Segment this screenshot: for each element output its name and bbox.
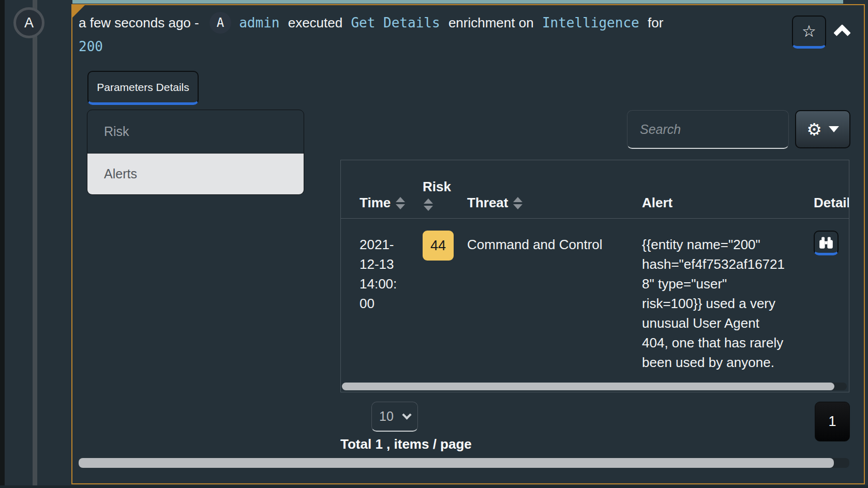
entity-name: 200 [79,35,767,58]
previous-card-edge [72,0,843,4]
column-header-details: Details [814,195,849,211]
menu-item-risk[interactable]: Risk [87,110,304,154]
alerts-table: Time Risk Threat Alert Details [340,160,849,392]
details-cell [814,235,849,372]
column-header-threat[interactable]: Threat [467,195,642,211]
sort-icon [396,197,405,209]
left-edge-strip [0,0,5,488]
collapse-button[interactable] [831,19,854,41]
table-horizontal-scrollbar[interactable] [342,383,847,390]
threat-cell: Command and Control [467,235,642,372]
page-size-value: 10 [379,409,394,424]
enrichment-label: enrichment on [448,15,534,30]
for-label: for [648,15,663,30]
column-label: Threat [467,195,508,211]
activity-feed-page: A a few seconds ago - A admin executed G… [0,0,868,488]
column-label: Time [360,195,391,211]
page-number: 1 [828,414,836,430]
chevron-down-icon [402,410,411,419]
table-settings-button[interactable]: ⚙ [795,110,850,148]
executed-label: executed [288,15,343,30]
risk-cell: 44 [423,235,467,372]
sort-icon [424,199,433,211]
caret-down-icon [829,126,839,132]
timeline-avatar-letter: A [24,15,34,31]
result-section-menu: Risk Alerts [87,110,304,195]
user-avatar: A [209,12,231,34]
table-header-row: Time Risk Threat Alert Details [341,160,849,219]
activity-card: a few seconds ago - A admin executed Get… [71,4,865,484]
target-name: Intelligence [542,15,639,30]
page-size-select[interactable]: 10 [371,402,418,432]
alert-text: {{entity name="200" hash="ef4f7532af1672… [642,235,787,372]
column-header-alert: Alert [642,195,814,211]
card-horizontal-scrollbar[interactable] [79,458,849,468]
star-icon: ☆ [802,22,816,41]
activity-header: a few seconds ago - A admin executed Get… [79,11,767,58]
risk-score-badge: 44 [423,231,454,261]
scrollbar-thumb[interactable] [342,383,834,390]
binoculars-icon [819,236,833,249]
time-cell: 2021-12-13 14:00:00 [360,235,423,372]
timeline-avatar[interactable]: A [13,7,44,38]
time-value: 2021-12-13 14:00:00 [360,235,404,313]
table-row: 2021-12-13 14:00:00 44 Command and Contr… [341,219,849,372]
timeline-line [33,0,37,488]
action-name: Get Details [351,15,440,30]
time-ago-text: a few seconds ago - [79,15,199,30]
gear-icon: ⚙ [806,119,822,140]
column-label: Risk [423,179,451,195]
column-header-time[interactable]: Time [360,195,423,211]
sort-icon [513,197,522,209]
user-name: admin [239,15,279,30]
menu-item-label: Risk [104,124,129,139]
chevron-up-icon [833,24,851,42]
menu-item-alerts[interactable]: Alerts [87,154,304,194]
view-details-button[interactable] [814,231,839,255]
search-input[interactable] [627,110,789,149]
user-avatar-letter: A [217,11,224,35]
scrollbar-thumb[interactable] [79,458,834,468]
threat-value: Command and Control [467,237,603,252]
column-label: Alert [642,195,672,211]
favorite-button[interactable]: ☆ [792,16,826,49]
risk-score-value: 44 [430,236,446,255]
alert-cell: {{entity name="200" hash="ef4f7532af1672… [642,235,814,372]
tab-label: Parameters Details [97,81,189,94]
pagination-total-label: Total 1 , items / page [340,436,472,452]
page-1-button[interactable]: 1 [815,402,850,441]
column-label: Details [814,195,849,211]
menu-item-label: Alerts [104,166,137,181]
column-header-risk[interactable]: Risk [423,179,467,211]
page-bottom-strip [0,485,868,488]
tab-parameters-details[interactable]: Parameters Details [87,71,199,105]
